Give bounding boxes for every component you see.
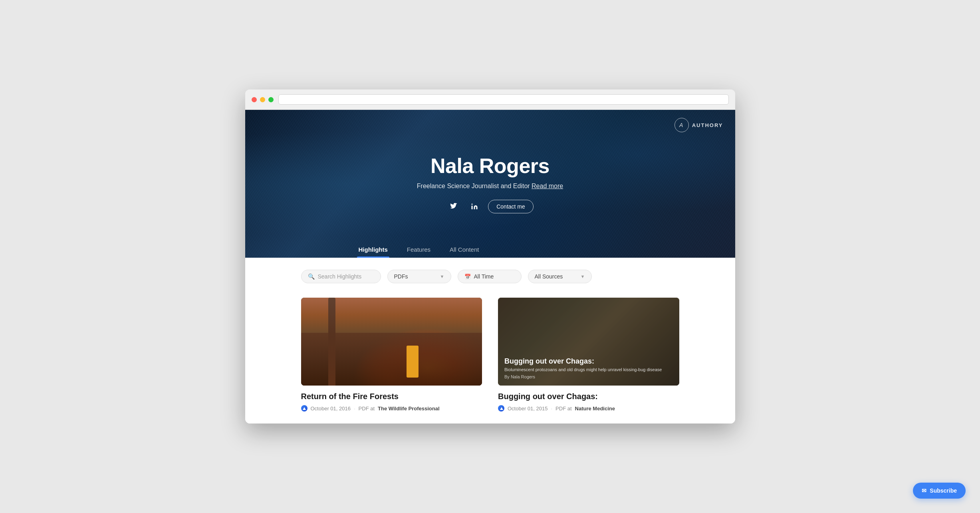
- chagas-overlay-author: By Nala Rogers: [504, 374, 673, 379]
- article-meta-chagas: October 01, 2015 · PDF at Nature Medicin…: [498, 405, 679, 412]
- minimize-button[interactable]: [260, 97, 265, 102]
- chagas-overlay-title: Bugging out over Chagas:: [504, 357, 673, 366]
- logo-triangle-chagas: [500, 407, 503, 410]
- maximize-button[interactable]: [268, 97, 274, 102]
- article-image-fire-forests: [301, 298, 482, 386]
- authory-logo[interactable]: A AUTHORY: [674, 118, 723, 132]
- pdf-filter[interactable]: PDFs ▼: [387, 270, 451, 283]
- article-logo-icon-chagas: [498, 405, 504, 412]
- subscribe-button[interactable]: ✉ Subscribe: [913, 483, 966, 499]
- time-filter-label: All Time: [474, 273, 494, 280]
- pdf-filter-label: PDFs: [394, 273, 408, 280]
- pdf-filter-arrow-icon: ▼: [440, 274, 444, 279]
- search-icon: 🔍: [308, 273, 315, 280]
- traffic-lights: [252, 97, 274, 102]
- hero-content: Nala Rogers Freelance Science Journalist…: [417, 154, 563, 214]
- article-meta-fire-forests: October 01, 2016 · PDF at The Wildlife P…: [301, 405, 482, 412]
- article-logo-icon: [301, 405, 307, 412]
- nav-highlights[interactable]: Highlights: [357, 241, 389, 258]
- chagas-overlay-subtitle: Bioluminescent protozoans and old drugs …: [504, 367, 673, 372]
- separator-chagas: ·: [551, 406, 552, 412]
- mist-overlay: [301, 298, 482, 386]
- separator: ·: [354, 406, 355, 412]
- article-card-fire-forests[interactable]: Return of the Fire Forests October 01, 2…: [301, 298, 482, 412]
- chagas-overlay: Bugging out over Chagas: Bioluminescent …: [498, 298, 679, 386]
- main-content: 🔍 Search Highlights PDFs ▼ 📅 All Time Al…: [245, 258, 735, 424]
- article-source-fire-forests: The Wildlife Professional: [378, 406, 439, 412]
- logo-triangle: [303, 407, 306, 410]
- social-links: Contact me: [417, 199, 563, 214]
- read-more-link[interactable]: Read more: [532, 183, 563, 189]
- search-input-wrap[interactable]: 🔍 Search Highlights: [301, 270, 381, 283]
- article-date-chagas: October 01, 2015: [508, 406, 548, 412]
- author-subtitle: Freelance Science Journalist and Editor …: [417, 183, 563, 190]
- fire-forest-background: [301, 298, 482, 386]
- nav-all-content[interactable]: All Content: [448, 241, 480, 258]
- article-type-fire-forests: PDF at: [359, 406, 375, 412]
- article-source-chagas: Nature Medicine: [575, 406, 615, 412]
- hero-navigation: Highlights Features All Content: [245, 241, 735, 258]
- time-filter[interactable]: 📅 All Time: [458, 270, 522, 283]
- svg-point-0: [472, 204, 473, 205]
- url-bar[interactable]: [278, 94, 729, 105]
- author-name: Nala Rogers: [417, 154, 563, 178]
- close-button[interactable]: [252, 97, 257, 102]
- article-type-chagas: PDF at: [555, 406, 571, 412]
- nav-features[interactable]: Features: [405, 241, 432, 258]
- authory-logo-text: AUTHORY: [692, 122, 723, 128]
- article-title-fire-forests: Return of the Fire Forests: [301, 392, 482, 401]
- filter-bar: 🔍 Search Highlights PDFs ▼ 📅 All Time Al…: [301, 270, 679, 283]
- search-placeholder: Search Highlights: [318, 273, 362, 280]
- linkedin-icon[interactable]: [467, 199, 482, 214]
- article-title-chagas: Bugging out over Chagas:: [498, 392, 679, 401]
- subscribe-icon: ✉: [922, 487, 926, 494]
- sources-filter-arrow-icon: ▼: [581, 274, 585, 279]
- authory-logo-icon: A: [674, 118, 689, 132]
- hero-section: A AUTHORY Nala Rogers Freelance Science …: [245, 110, 735, 258]
- sources-filter-label: All Sources: [535, 273, 563, 280]
- articles-grid: Return of the Fire Forests October 01, 2…: [301, 298, 679, 412]
- browser-window: A AUTHORY Nala Rogers Freelance Science …: [245, 89, 735, 424]
- calendar-icon: 📅: [464, 274, 471, 280]
- twitter-icon[interactable]: [446, 199, 461, 214]
- sources-filter[interactable]: All Sources ▼: [528, 270, 592, 283]
- subscribe-label: Subscribe: [930, 487, 957, 494]
- contact-button[interactable]: Contact me: [488, 200, 534, 213]
- article-image-chagas: Bugging out over Chagas: Bioluminescent …: [498, 298, 679, 386]
- article-card-chagas[interactable]: Bugging out over Chagas: Bioluminescent …: [498, 298, 679, 412]
- article-date-fire-forests: October 01, 2016: [311, 406, 351, 412]
- browser-chrome: [245, 89, 735, 110]
- chagas-background: Bugging out over Chagas: Bioluminescent …: [498, 298, 679, 386]
